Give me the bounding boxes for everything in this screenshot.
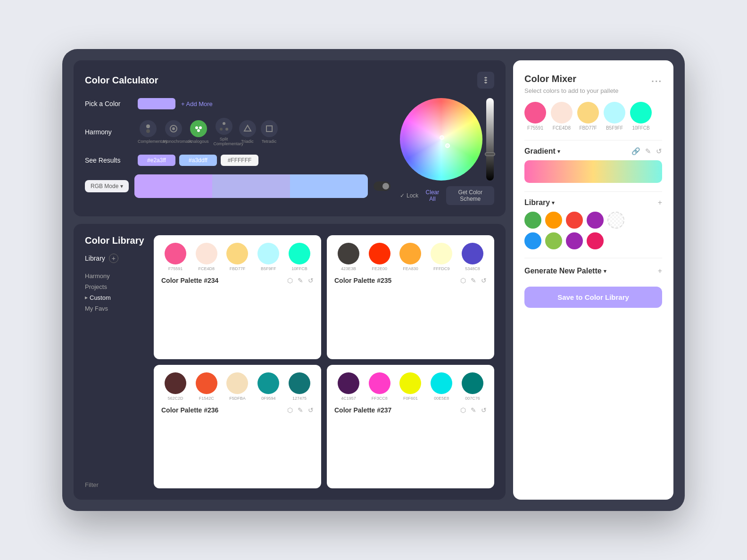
lib-circle-dashed[interactable] xyxy=(607,212,624,229)
mixer-swatch-1: F75591 xyxy=(524,102,546,131)
swatch-circle-235-2[interactable] xyxy=(369,243,390,264)
lock-button[interactable]: ✓ Lock xyxy=(400,192,418,199)
lib-circle-purple[interactable] xyxy=(587,212,604,229)
swatch-circle-236-3[interactable] xyxy=(226,372,248,394)
palette-237-share[interactable]: ⬡ xyxy=(460,406,466,414)
swatch-circle-234-3[interactable] xyxy=(226,243,248,264)
palette-235-refresh[interactable]: ↺ xyxy=(481,277,487,284)
mixer-circle-2[interactable] xyxy=(551,102,573,124)
generate-plus-btn[interactable]: + xyxy=(658,267,662,275)
swatch-circle-235-1[interactable] xyxy=(338,243,359,264)
swatch-circle-234-4[interactable] xyxy=(257,243,279,264)
gradient-refresh-button[interactable]: ↺ xyxy=(656,147,662,156)
palette-235-footer: Color Palette #235 ⬡ ✎ ↺ xyxy=(334,277,487,284)
get-scheme-button[interactable]: Get Color Scheme xyxy=(446,186,494,205)
settings-button[interactable] xyxy=(477,72,494,89)
generate-chevron-icon: ▾ xyxy=(604,268,606,274)
harmony-tetradic[interactable]: Tetradic xyxy=(261,120,278,144)
sidebar-item-projects[interactable]: Projects xyxy=(85,281,146,292)
swatch-circle-237-5[interactable] xyxy=(462,372,483,394)
sidebar-item-myfavs[interactable]: My Favs xyxy=(85,303,146,314)
sidebar-item-harmony[interactable]: Harmony xyxy=(85,271,146,281)
cc-header: Color Calculator xyxy=(85,72,494,89)
palette-235-share[interactable]: ⬡ xyxy=(460,277,466,284)
sidebar-item-custom[interactable]: ▶ Custom xyxy=(85,292,146,303)
harmony-split-circle xyxy=(216,118,232,135)
gradient-link-button[interactable]: 🔗 xyxy=(631,147,640,156)
gradient-bar[interactable] xyxy=(524,160,662,183)
palette-234-share[interactable]: ⬡ xyxy=(287,277,293,284)
harmony-split[interactable]: Split Complementary xyxy=(214,118,234,146)
svg-point-13 xyxy=(223,122,225,125)
svg-point-15 xyxy=(225,128,228,131)
lib-circle-green[interactable] xyxy=(524,212,541,229)
clear-all-button[interactable]: Clear All xyxy=(424,189,440,202)
wheel-and-slider xyxy=(400,98,494,181)
swatch-label-237-2: FF3CC8 xyxy=(372,396,388,401)
swatch-circle-235-5[interactable] xyxy=(462,243,483,264)
lib-circle-purple2[interactable] xyxy=(566,232,583,249)
swatch-circle-237-1[interactable] xyxy=(338,372,359,394)
swatch-circle-234-1[interactable] xyxy=(165,243,186,264)
swatch-circle-236-4[interactable] xyxy=(257,372,279,394)
swatch-circle-236-5[interactable] xyxy=(289,372,310,394)
brightness-slider[interactable] xyxy=(486,98,494,181)
result-box-1[interactable]: #e2a3ff xyxy=(138,155,175,166)
lib-circle-lightgreen[interactable] xyxy=(545,232,562,249)
swatch-circle-237-2[interactable] xyxy=(369,372,390,394)
swatch-circle-235-3[interactable] xyxy=(399,243,421,264)
palette-236-share[interactable]: ⬡ xyxy=(287,406,293,414)
swatch-237-1: 4C1957 xyxy=(334,372,363,401)
swatch-234-1: F75591 xyxy=(161,243,190,271)
harmony-monochromatic[interactable]: Monochromatic xyxy=(163,120,184,144)
library-plus-btn[interactable]: + xyxy=(658,198,662,207)
swatch-circle-237-4[interactable] xyxy=(431,372,452,394)
swatch-circle-235-4[interactable] xyxy=(431,243,452,264)
mixer-circle-5[interactable] xyxy=(630,102,652,124)
lib-circle-blue[interactable] xyxy=(524,232,541,249)
palette-237-refresh[interactable]: ↺ xyxy=(481,406,487,414)
lib-circle-red[interactable] xyxy=(566,212,583,229)
mixer-circle-4[interactable] xyxy=(604,102,625,124)
palette-235-edit[interactable]: ✎ xyxy=(471,277,476,284)
swatch-circle-237-3[interactable] xyxy=(399,372,421,394)
gradient-edit-button[interactable]: ✎ xyxy=(645,147,651,156)
swatch-circle-234-2[interactable] xyxy=(196,243,217,264)
harmony-analogous[interactable]: Analogous xyxy=(189,120,209,144)
harmony-complementary[interactable]: Complementary xyxy=(138,120,158,144)
rgb-mode-button[interactable]: RGB Mode ▾ xyxy=(85,180,129,192)
harmony-analog-circle xyxy=(190,120,207,137)
lib-circle-pink[interactable] xyxy=(587,232,604,249)
result-box-2[interactable]: #a3ddff xyxy=(179,155,217,166)
palette-234-refresh[interactable]: ↺ xyxy=(308,277,314,284)
color-input[interactable]: #b4a3ff xyxy=(138,98,175,109)
palette-236-refresh[interactable]: ↺ xyxy=(308,406,314,414)
mixer-more-button[interactable]: ... xyxy=(651,74,662,84)
palette-236-edit[interactable]: ✎ xyxy=(298,406,303,414)
mixer-circle-1[interactable] xyxy=(524,102,546,124)
mixer-circle-3[interactable] xyxy=(577,102,599,124)
generate-title[interactable]: Generate New Palette ▾ xyxy=(524,267,606,275)
mixer-swatch-4: B5F9FF xyxy=(604,102,625,131)
palette-234-edit[interactable]: ✎ xyxy=(298,277,303,284)
swatch-label-237-5: 007C76 xyxy=(465,396,480,401)
palette-card-235: 423E3B FE2E00 FEA830 xyxy=(327,235,494,359)
result-box-3[interactable]: #FFFFFF xyxy=(221,155,258,166)
harmony-triadic[interactable]: Triadic xyxy=(239,120,256,144)
palette-235-actions: ⬡ ✎ ↺ xyxy=(460,277,487,284)
toggle-switch[interactable] xyxy=(374,181,390,191)
swatch-circle-236-1[interactable] xyxy=(165,372,186,394)
library-plus-button[interactable]: + xyxy=(109,254,118,263)
swatch-237-5: 007C76 xyxy=(458,372,487,401)
add-more-button[interactable]: + Add More xyxy=(181,100,213,107)
swatch-circle-234-5[interactable] xyxy=(289,243,310,264)
lib-circle-orange[interactable] xyxy=(545,212,562,229)
color-wheel[interactable] xyxy=(400,98,482,181)
gradient-title[interactable]: Gradient ▾ xyxy=(524,147,560,156)
swatch-circle-236-2[interactable] xyxy=(196,372,217,394)
swatch-236-2: F1542C xyxy=(192,372,221,401)
palette-237-edit[interactable]: ✎ xyxy=(471,406,476,414)
svg-point-11 xyxy=(199,126,202,129)
library-section-title[interactable]: Library ▾ xyxy=(524,198,555,207)
save-to-library-button[interactable]: Save to Color Library xyxy=(524,287,662,308)
